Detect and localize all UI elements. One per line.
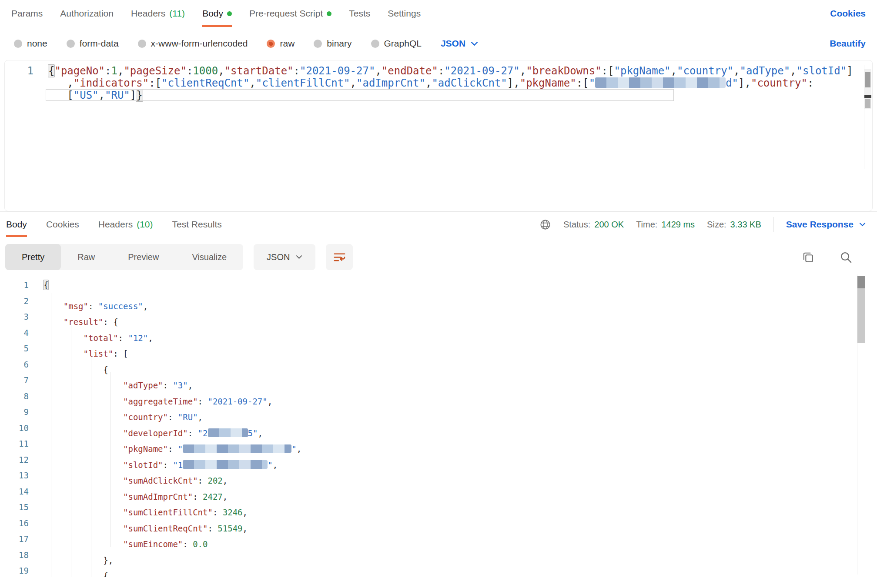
search-icon[interactable]: [839, 251, 853, 264]
scrollbar-thumb[interactable]: [865, 72, 870, 87]
radio-raw[interactable]: raw: [267, 38, 295, 49]
time-pair: Time: 1429 ms: [636, 220, 695, 230]
radio-binary[interactable]: binary: [314, 38, 351, 49]
size-pair: Size: 3.33 KB: [707, 220, 761, 230]
request-body-editor[interactable]: 1{"pageNo":1,"pageSize":1000,"startDate"…: [4, 60, 873, 211]
globe-icon[interactable]: [539, 219, 551, 231]
chevron-down-icon: [296, 255, 302, 259]
code-line: ["US","RU"]}: [5, 89, 872, 101]
green-dot-icon: [227, 11, 232, 16]
scrollbar-annotation-mark: [864, 95, 871, 98]
segment-label: Raw: [77, 252, 95, 262]
time-label: Time:: [636, 220, 657, 230]
code-line: 4"total": "12",: [0, 325, 877, 341]
search-icon-glyph: [839, 251, 853, 264]
radio-x-www-form-urlencoded[interactable]: x-www-form-urlencoded: [138, 38, 248, 49]
line-number: 17: [0, 531, 35, 547]
wrap-text-icon: [333, 251, 346, 264]
redacted-blur: [595, 77, 726, 88]
line-number: 14: [0, 484, 35, 500]
request-code: 1{"pageNo":1,"pageSize":1000,"startDate"…: [5, 65, 872, 101]
cookies-link[interactable]: Cookies: [830, 0, 866, 27]
response-language-dropdown[interactable]: JSON: [254, 244, 315, 270]
wrap-text-button[interactable]: [326, 244, 353, 270]
radio-label: x-www-form-urlencoded: [151, 38, 248, 49]
line-number: 11: [0, 436, 35, 452]
code-line: 7"adType": "3",: [0, 372, 877, 388]
headers-count-badge: (11): [169, 8, 185, 19]
response-body-viewer[interactable]: 1{2"msg": "success",3"result": {4"total"…: [0, 273, 877, 577]
line-number: 1: [5, 65, 40, 77]
response-tab-body[interactable]: Body: [6, 212, 27, 237]
tab-label: Test Results: [172, 219, 222, 230]
body-language-dropdown[interactable]: JSON: [441, 38, 478, 49]
tab-label: Cookies: [46, 219, 79, 230]
beautify-link[interactable]: Beautify: [830, 38, 866, 49]
code-line: 11"pkgName": "",: [0, 436, 877, 452]
code-line: 14"sumAdImprCnt": 2427,: [0, 484, 877, 500]
line-number: 2: [0, 293, 35, 309]
tab-headers[interactable]: Headers (11): [131, 0, 185, 27]
headers-count-badge: (10): [137, 219, 153, 230]
line-number: 12: [0, 452, 35, 468]
code-line: 2"msg": "success",: [0, 293, 877, 309]
radio-label: binary: [327, 38, 351, 49]
response-section: Body Cookies Headers (10) Test Results S…: [0, 211, 877, 577]
status-label: Status:: [563, 220, 590, 230]
response-tab-test-results[interactable]: Test Results: [172, 212, 222, 237]
status-pair: Status: 200 OK: [563, 220, 624, 230]
response-tab-headers[interactable]: Headers (10): [98, 212, 153, 237]
chevron-down-icon: [859, 222, 866, 227]
radio-none[interactable]: none: [14, 38, 47, 49]
tab-tests[interactable]: Tests: [349, 0, 370, 27]
code-line: 6{: [0, 357, 877, 373]
line-number: 6: [0, 357, 35, 373]
tab-params[interactable]: Params: [11, 0, 43, 27]
code-line: 10"developerId": "25",: [0, 420, 877, 436]
spacer: [241, 212, 520, 237]
radio-label: none: [27, 38, 47, 49]
copy-icon-glyph: [801, 251, 815, 264]
beautify-link-label: Beautify: [830, 38, 866, 49]
scrollbar-thumb[interactable]: [865, 99, 870, 108]
time-value: 1429 ms: [661, 220, 695, 230]
line-number: 4: [0, 325, 35, 341]
request-tabbar: Params Authorization Headers (11) Body P…: [0, 0, 877, 27]
line-number: 3: [0, 309, 35, 325]
line-number: 13: [0, 468, 35, 484]
tab-label: Authorization: [60, 8, 114, 19]
line-number: 8: [0, 388, 35, 404]
code-line: 5"list": [: [0, 341, 877, 357]
line-number: 9: [0, 404, 35, 420]
body-language-value: JSON: [441, 38, 465, 49]
radio-icon: [267, 40, 275, 48]
save-response-button[interactable]: Save Response: [786, 219, 866, 230]
response-tabbar: Body Cookies Headers (10) Test Results S…: [0, 212, 877, 237]
code-line: 13"sumAdClickCnt": 202,: [0, 468, 877, 484]
scrollbar-thumb[interactable]: [857, 288, 865, 343]
tab-authorization[interactable]: Authorization: [60, 0, 114, 27]
response-language-value: JSON: [267, 252, 290, 262]
view-mode-segmented-control: Pretty Raw Preview Visualize: [5, 244, 243, 270]
scrollbar-thumb-cap[interactable]: [857, 276, 865, 288]
body-type-row: none form-data x-www-form-urlencoded raw…: [0, 27, 877, 60]
green-dot-icon: [327, 11, 331, 16]
code-line: 1{: [0, 277, 877, 293]
tab-pre-request-script[interactable]: Pre-request Script: [249, 0, 331, 27]
view-pretty[interactable]: Pretty: [5, 244, 61, 270]
line-number: 16: [0, 515, 35, 531]
radio-form-data[interactable]: form-data: [67, 38, 119, 49]
view-visualize[interactable]: Visualize: [175, 244, 243, 270]
view-preview[interactable]: Preview: [111, 244, 175, 270]
radio-graphql[interactable]: GraphQL: [371, 38, 422, 49]
copy-icon[interactable]: [801, 251, 815, 264]
tab-settings[interactable]: Settings: [388, 0, 421, 27]
tab-body[interactable]: Body: [202, 0, 232, 27]
divider: [773, 217, 774, 232]
code-line: 19{: [0, 563, 877, 577]
response-tab-cookies[interactable]: Cookies: [46, 212, 79, 237]
line-number: [5, 89, 40, 101]
view-raw[interactable]: Raw: [61, 244, 111, 270]
code-line: 12"slotId": "1",: [0, 452, 877, 468]
tab-label: Headers: [98, 219, 133, 230]
